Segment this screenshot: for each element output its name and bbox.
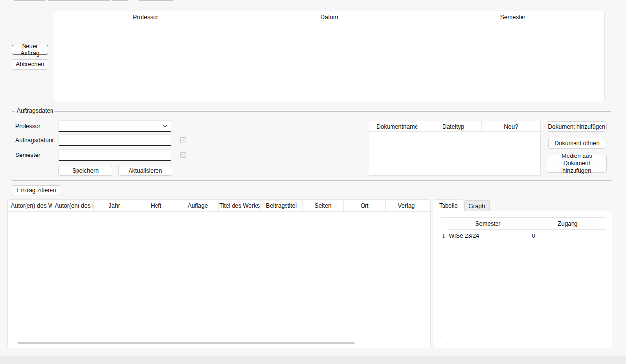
semester-field[interactable] [58, 149, 171, 161]
stats-table-empty-area[interactable] [440, 242, 606, 338]
tab-tabelle[interactable]: Tabelle [434, 199, 463, 211]
order-form-group: Auftragsdaten Professor Auftragsdatum Se… [11, 111, 612, 181]
calendar-dates-icon[interactable] [180, 151, 187, 160]
open-document-button[interactable]: Dokument öffnen [548, 138, 605, 149]
orders-header-datum[interactable]: Datum [237, 11, 421, 23]
professor-combobox-input[interactable] [63, 123, 163, 130]
stats-panel: Semester Zugang 1 WiSe 23/24 0 [433, 211, 612, 348]
chevron-down-icon[interactable] [163, 123, 168, 128]
stats-cell-semester[interactable]: WiSe 23/24 [447, 230, 529, 242]
documents-header-name[interactable]: Dokumentname [369, 121, 425, 131]
top-tab-remnant [139, 0, 173, 1]
documents-header-new[interactable]: Neu? [482, 121, 540, 131]
top-tab-remnant [48, 0, 110, 1]
stats-cell-zugang[interactable]: 0 [529, 230, 606, 242]
stats-row[interactable]: 1 WiSe 23/24 0 [440, 230, 606, 242]
orders-table: Professor Datum Semester [54, 11, 605, 102]
stats-header-zugang[interactable]: Zugang [529, 218, 606, 230]
citations-header-issue[interactable]: Heft [135, 200, 177, 211]
citations-header-row: Autor(en) des Werks Autor(en) des Beitra… [8, 200, 430, 212]
documents-table: Dokumentname Dateityp Neu? [369, 121, 541, 176]
horizontal-scrollbar[interactable] [18, 342, 355, 344]
order-date-field[interactable] [58, 134, 171, 146]
citations-table-body[interactable] [8, 212, 430, 335]
save-button[interactable]: Speichern [58, 166, 112, 176]
professor-combobox[interactable] [58, 120, 171, 132]
stats-row-number: 1 [440, 230, 447, 242]
citations-header-year[interactable]: Jahr [94, 200, 135, 211]
citations-header-edition[interactable]: Auflage [177, 200, 219, 211]
cite-entry-button[interactable]: Eintrag zitieren [12, 185, 61, 195]
citations-header-pages[interactable]: Seiten [303, 200, 344, 211]
add-media-button[interactable]: Medien aus Dokument hinzufügen [547, 155, 607, 173]
new-order-button[interactable]: Neuer Auftrag [12, 45, 48, 55]
tab-graph[interactable]: Graph [464, 200, 490, 211]
add-document-button[interactable]: Dokument hinzufügen [547, 121, 607, 132]
orders-header-professor[interactable]: Professor [54, 11, 237, 23]
cancel-button[interactable]: Abbrechen [12, 59, 48, 70]
update-button[interactable]: Aktualisieren [118, 166, 172, 176]
orders-table-header-row: Professor Datum Semester [54, 11, 604, 23]
citations-header-contribution-authors[interactable]: Autor(en) des Beitrags [52, 200, 94, 211]
stats-header-semester[interactable]: Semester [447, 218, 529, 230]
stats-header-gutter [440, 218, 447, 230]
window-bottom-strip [0, 356, 626, 364]
documents-header-filetype[interactable]: Dateityp [425, 121, 482, 131]
stats-table: Semester Zugang 1 WiSe 23/24 0 [440, 217, 606, 338]
calendar-today-icon[interactable] [180, 136, 187, 145]
orders-table-body[interactable] [54, 23, 604, 102]
citations-header-contribution-title[interactable]: Beitragstitel [261, 200, 303, 211]
citations-header-place[interactable]: Ort [344, 200, 386, 211]
professor-label: Professor [15, 123, 40, 130]
order-form-legend: Auftragsdaten [15, 107, 55, 114]
documents-table-header-row: Dokumentname Dateityp Neu? [369, 121, 540, 132]
top-tab-remnant [14, 0, 45, 1]
order-date-label: Auftragsdatum [15, 137, 53, 144]
order-date-input[interactable] [63, 137, 167, 144]
semester-label: Semester [15, 152, 40, 158]
citations-header-work-authors[interactable]: Autor(en) des Werks [8, 200, 52, 211]
citations-header-work-title[interactable]: Titel des Werks [219, 200, 261, 211]
stats-header-row: Semester Zugang [440, 218, 606, 230]
documents-table-body[interactable] [369, 132, 540, 175]
citations-table: Autor(en) des Werks Autor(en) des Beitra… [7, 199, 431, 348]
orders-header-semester[interactable]: Semester [421, 11, 604, 23]
top-tab-remnant [112, 0, 128, 1]
citations-header-publisher[interactable]: Verlag [386, 200, 427, 211]
semester-input[interactable] [63, 152, 167, 158]
